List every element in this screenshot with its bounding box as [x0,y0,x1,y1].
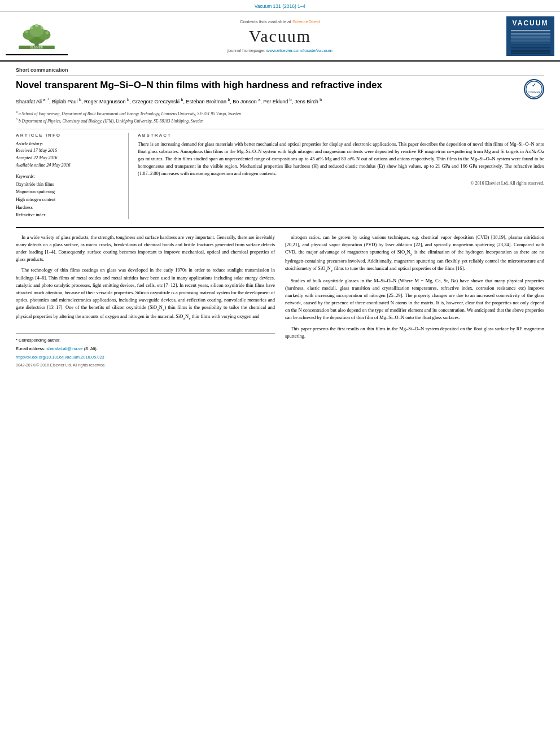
corresponding-note: * Corresponding author. [16,337,275,343]
info-abstract-section: ARTICLE INFO Article history: Received 1… [16,133,544,219]
body-para-1: In a wide variety of glass products, the… [16,234,275,264]
elsevier-logo: ELSEVIER [6,17,68,55]
doi-link[interactable]: http://dx.doi.org/10.1016/j.vacuum.2016.… [16,355,104,360]
affiliations: a a School of Engineering, Department of… [16,110,544,124]
sd-link: Contents lists available at ScienceDirec… [68,19,492,24]
journal-citation-link[interactable]: Vacuum 131 (2016) 1–4 [255,3,306,9]
body-para-2: The technology of thin films coatings on… [16,267,275,321]
article-history: Article history: Received 17 May 2016 Ac… [16,141,121,169]
vacuum-badge: VACUUM [506,16,554,56]
keyword-3: High nitrogen content [16,196,121,204]
history-label: Article history: [16,141,121,148]
sciencedirect-brand: ScienceDirect [292,19,320,24]
copyright-line: © 2016 Elsevier Ltd. All rights reserved… [138,181,544,186]
body-section: In a wide variety of glass products, the… [16,227,544,369]
journal-right: VACUUM [492,16,554,56]
article-info-column: ARTICLE INFO Article history: Received 1… [16,133,129,219]
journal-homepage: journal homepage: www.elsevier.com/locat… [68,48,492,53]
section-label: Short communication [16,67,544,76]
svg-text:✓: ✓ [532,82,536,88]
doi-note: http://dx.doi.org/10.1016/j.vacuum.2016.… [16,354,275,360]
svg-text:ELSEVIER: ELSEVIER [30,46,43,49]
email-note: E-mail address: sharafat.ali@lnu.se (S. … [16,346,275,352]
body-right-column: nitrogen ratios, can be grown by using v… [285,234,544,369]
body-para-4: Studies of bulk oxynitride glasses in th… [285,277,544,322]
keywords-label: Keywords: [16,174,121,179]
svg-text:CrossMark: CrossMark [528,91,540,94]
received-date: Received 17 May 2016 [16,147,121,155]
email-label: E-mail address: [16,346,45,351]
abstract-header: ABSTRACT [138,133,544,138]
accepted-date: Accepted 22 May 2016 [16,155,121,162]
svg-point-5 [25,30,28,33]
authors: Sharafat Ali a, *, Biplab Paul b, Roger … [16,97,544,106]
crossmark-icon: ✓ CrossMark [524,79,544,99]
keyword-2: Magnetron sputtering [16,188,121,196]
svg-point-8 [41,27,43,29]
separator [16,129,544,129]
vacuum-badge-title: VACUUM [513,19,549,27]
abstract-column: ABSTRACT There is an increasing demand f… [138,133,544,219]
email-suffix: (S. Ali). [84,346,98,351]
journal-center: Contents lists available at ScienceDirec… [68,19,492,53]
body-para-5: This paper presents the first results on… [285,325,544,340]
keyword-5: Refractive index [16,211,121,219]
title-row: Novel transparent Mg–Si–O–N thin films w… [16,79,544,91]
crossmark-container: ✓ CrossMark [524,79,544,99]
svg-point-7 [30,27,33,29]
abstract-text: There is an increasing demand for glass … [138,141,544,178]
footer-section: * Corresponding author. E-mail address: … [16,333,275,369]
svg-point-9 [35,24,38,27]
journal-homepage-link[interactable]: www.elsevier.com/locate/vacuum [266,48,333,53]
footer-copyright: 0042-207X/© 2016 Elsevier Ltd. All right… [16,362,275,369]
keyword-1: Oxynitride thin films [16,181,121,189]
affiliation-b: b b Department of Physics, Chemistry and… [16,117,544,124]
keyword-4: Hardness [16,204,121,212]
journal-name: Vacuum [68,27,492,46]
article-info-header: ARTICLE INFO [16,133,121,138]
article-title: Novel transparent Mg–Si–O–N thin films w… [16,79,544,91]
elsevier-tree-icon: ELSEVIER [14,21,59,50]
article-content: Short communication Novel transparent Mg… [0,62,560,374]
corresponding-label: * Corresponding author. [16,338,60,343]
page-wrapper: Vacuum 131 (2016) 1–4 ELSEVIER [0,0,560,747]
crossmark-svg: ✓ CrossMark [525,79,543,99]
affiliation-a: a a School of Engineering, Department of… [16,110,544,117]
body-left-column: In a wide variety of glass products, the… [16,234,275,369]
keywords-section: Keywords: Oxynitride thin films Magnetro… [16,174,121,219]
available-date: Available online 24 May 2016 [16,162,121,169]
top-banner: Vacuum 131 (2016) 1–4 [0,0,560,12]
svg-point-6 [45,31,48,34]
keywords-list: Oxynitride thin films Magnetron sputteri… [16,181,121,219]
journal-header: ELSEVIER Contents lists available at Sci… [0,12,560,62]
vacuum-badge-lines [511,29,550,54]
email-link[interactable]: sharafat.ali@lnu.se [46,346,82,351]
body-para-3: nitrogen ratios, can be grown by using v… [285,234,544,274]
